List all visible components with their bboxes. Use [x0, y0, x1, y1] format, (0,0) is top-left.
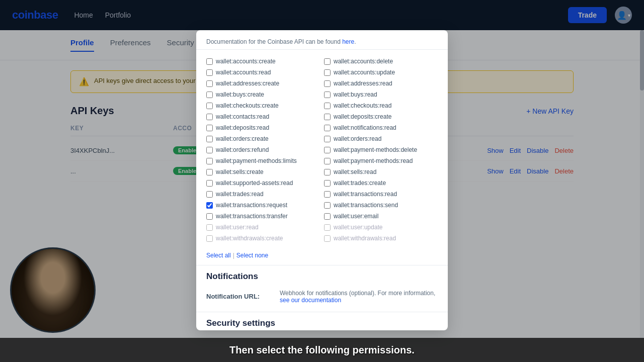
perm-accounts-delete: wallet:accounts:delete	[322, 56, 440, 67]
perm-addresses-create-checkbox[interactable]	[206, 80, 213, 87]
notification-docs-link[interactable]: see our documentation	[280, 297, 341, 304]
perm-label: wallet:accounts:update	[334, 69, 395, 76]
perm-trades-create-checkbox[interactable]	[324, 180, 331, 187]
permissions-modal: Documentation for the Coinbase API can b…	[196, 30, 448, 330]
notification-url-label: Notification URL:	[206, 290, 272, 300]
perm-payment-methods-limits-checkbox[interactable]	[206, 158, 213, 164]
perm-label: wallet:orders:create	[216, 135, 269, 142]
notifications-section-title: Notifications	[196, 265, 448, 286]
perm-contacts-read-checkbox[interactable]	[206, 114, 213, 120]
perm-deposits-create-checkbox[interactable]	[324, 114, 331, 120]
caption-text: Then select the following permissions.	[229, 344, 415, 356]
perm-supported-assets-checkbox[interactable]	[206, 180, 213, 187]
perm-accounts-create-checkbox[interactable]	[206, 58, 213, 65]
perm-label: wallet:buys:create	[216, 91, 264, 98]
perm-label: wallet:user:email	[334, 213, 378, 220]
perm-label: wallet:payment-methods:read	[334, 157, 413, 164]
perm-label: wallet:accounts:delete	[334, 58, 393, 65]
perm-transactions-transfer-checkbox[interactable]	[206, 213, 213, 220]
perm-addresses-read: wallet:addresses:read	[322, 78, 440, 89]
perm-label: wallet:withdrawals:create	[216, 235, 283, 242]
perm-label: wallet:contacts:read	[216, 113, 269, 120]
perm-transactions-read-checkbox[interactable]	[324, 191, 331, 198]
modal-overlay: Documentation for the Coinbase API can b…	[0, 0, 644, 362]
perm-label: wallet:deposits:read	[216, 124, 269, 131]
perm-notifications-read-checkbox[interactable]	[324, 125, 331, 131]
perm-contacts-read: wallet:contacts:read	[204, 111, 322, 122]
perm-accounts-update-checkbox[interactable]	[324, 69, 331, 76]
perm-checkouts-create-checkbox[interactable]	[206, 103, 213, 109]
perm-accounts-read-checkbox[interactable]	[206, 69, 213, 76]
perm-trades-read: wallet:trades:read	[204, 189, 322, 200]
perm-user-read-checkbox[interactable]	[206, 224, 213, 231]
select-none-link[interactable]: Select none	[236, 252, 268, 259]
perm-buys-read-checkbox[interactable]	[324, 92, 331, 98]
perm-deposits-read-checkbox[interactable]	[206, 125, 213, 131]
perm-withdrawals-read-checkbox[interactable]	[324, 235, 331, 242]
perm-orders-read: wallet:orders:read	[322, 133, 440, 144]
perm-sells-read: wallet:sells:read	[322, 166, 440, 177]
perm-orders-refund-checkbox[interactable]	[206, 147, 213, 153]
select-all-link[interactable]: Select all	[206, 252, 231, 259]
perm-checkouts-read-checkbox[interactable]	[324, 103, 331, 109]
perm-trades-read-checkbox[interactable]	[206, 191, 213, 198]
perm-transactions-send-checkbox[interactable]	[324, 202, 331, 209]
perm-orders-create: wallet:orders:create	[204, 133, 322, 144]
perm-label: wallet:withdrawals:read	[334, 235, 396, 242]
perm-label: wallet:transactions:send	[334, 202, 398, 209]
perm-label: wallet:orders:read	[334, 135, 381, 142]
perm-user-email-checkbox[interactable]	[324, 213, 331, 220]
perm-transactions-transfer: wallet:transactions:transfer	[204, 211, 322, 222]
perm-label: wallet:user:update	[334, 224, 382, 231]
perm-orders-create-checkbox[interactable]	[206, 136, 213, 142]
select-links: Select all | Select none	[196, 250, 448, 265]
perm-label: wallet:transactions:read	[334, 191, 397, 198]
perm-deposits-create: wallet:deposits:create	[322, 111, 440, 122]
perm-deposits-read: wallet:deposits:read	[204, 122, 322, 133]
perm-label: wallet:notifications:read	[334, 124, 396, 131]
perm-transactions-request-checkbox[interactable]	[206, 202, 213, 209]
perm-addresses-create: wallet:addresses:create	[204, 78, 322, 89]
perm-checkouts-read: wallet:checkouts:read	[322, 100, 440, 111]
perm-checkouts-create: wallet:checkouts:create	[204, 100, 322, 111]
perm-accounts-create: wallet:accounts:create	[204, 56, 322, 67]
permissions-grid: wallet:accounts:create wallet:accounts:r…	[196, 50, 448, 250]
notification-url-row: Notification URL: Webhook for notificati…	[196, 286, 448, 312]
perm-label: wallet:addresses:create	[216, 80, 279, 87]
perm-label: wallet:supported-assets:read	[216, 179, 293, 187]
perm-accounts-delete-checkbox[interactable]	[324, 58, 331, 65]
perm-accounts-read: wallet:accounts:read	[204, 67, 322, 78]
perm-payment-methods-delete-checkbox[interactable]	[324, 147, 331, 153]
perm-label: wallet:buys:read	[334, 91, 377, 98]
perm-transactions-send: wallet:transactions:send	[322, 200, 440, 211]
perm-user-read: wallet:user:read	[204, 222, 322, 233]
perm-payment-methods-read-checkbox[interactable]	[324, 158, 331, 164]
modal-docs-link[interactable]: here	[342, 38, 354, 45]
perm-sells-read-checkbox[interactable]	[324, 169, 331, 175]
perm-withdrawals-create-checkbox[interactable]	[206, 235, 213, 242]
perm-buys-create-checkbox[interactable]	[206, 92, 213, 98]
perm-label: wallet:accounts:create	[216, 58, 276, 65]
perm-addresses-read-checkbox[interactable]	[324, 80, 331, 87]
perm-label: wallet:payment-methods:limits	[216, 157, 297, 164]
perm-trades-create: wallet:trades:create	[322, 177, 440, 189]
perm-orders-refund: wallet:orders:refund	[204, 144, 322, 155]
perm-label: wallet:checkouts:read	[334, 102, 391, 109]
perm-transactions-request: wallet:transactions:request	[204, 200, 322, 211]
notification-description: Webhook for notifications (optional). Fo…	[280, 290, 435, 304]
perm-supported-assets-read: wallet:supported-assets:read	[204, 177, 322, 189]
perm-label: wallet:checkouts:create	[216, 102, 279, 109]
permissions-left-col: wallet:accounts:create wallet:accounts:r…	[204, 56, 322, 244]
perm-orders-read-checkbox[interactable]	[324, 136, 331, 142]
perm-user-email: wallet:user:email	[322, 211, 440, 222]
perm-sells-create-checkbox[interactable]	[206, 169, 213, 175]
modal-top-text: Documentation for the Coinbase API can b…	[196, 30, 448, 50]
perm-label: wallet:user:read	[216, 224, 259, 231]
perm-label: wallet:payment-methods:delete	[334, 146, 417, 153]
perm-label: wallet:trades:read	[216, 191, 264, 198]
perm-buys-create: wallet:buys:create	[204, 89, 322, 100]
security-settings-title: Security settings	[196, 312, 448, 330]
perm-user-update-checkbox[interactable]	[324, 224, 331, 231]
perm-label: wallet:addresses:read	[334, 80, 392, 87]
perm-label: wallet:deposits:create	[334, 113, 391, 120]
